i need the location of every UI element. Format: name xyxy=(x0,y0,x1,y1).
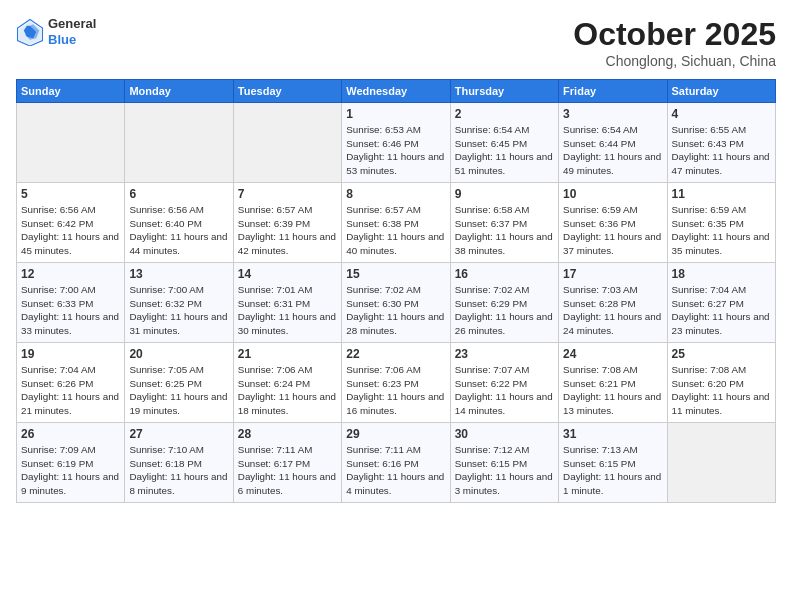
day-cell: 31 Sunrise: 7:13 AMSunset: 6:15 PMDaylig… xyxy=(559,423,667,503)
day-cell: 7 Sunrise: 6:57 AMSunset: 6:39 PMDayligh… xyxy=(233,183,341,263)
day-info: Sunrise: 7:04 AMSunset: 6:27 PMDaylight:… xyxy=(672,284,770,336)
location-subtitle: Chonglong, Sichuan, China xyxy=(573,53,776,69)
header-row: SundayMondayTuesdayWednesdayThursdayFrid… xyxy=(17,80,776,103)
day-cell: 30 Sunrise: 7:12 AMSunset: 6:15 PMDaylig… xyxy=(450,423,558,503)
day-cell: 27 Sunrise: 7:10 AMSunset: 6:18 PMDaylig… xyxy=(125,423,233,503)
day-cell: 11 Sunrise: 6:59 AMSunset: 6:35 PMDaylig… xyxy=(667,183,775,263)
day-number: 10 xyxy=(563,187,662,201)
day-number: 9 xyxy=(455,187,554,201)
day-number: 7 xyxy=(238,187,337,201)
day-cell: 13 Sunrise: 7:00 AMSunset: 6:32 PMDaylig… xyxy=(125,263,233,343)
day-cell: 20 Sunrise: 7:05 AMSunset: 6:25 PMDaylig… xyxy=(125,343,233,423)
day-number: 1 xyxy=(346,107,445,121)
day-info: Sunrise: 7:01 AMSunset: 6:31 PMDaylight:… xyxy=(238,284,336,336)
day-info: Sunrise: 7:08 AMSunset: 6:20 PMDaylight:… xyxy=(672,364,770,416)
day-info: Sunrise: 7:03 AMSunset: 6:28 PMDaylight:… xyxy=(563,284,661,336)
day-cell: 12 Sunrise: 7:00 AMSunset: 6:33 PMDaylig… xyxy=(17,263,125,343)
day-info: Sunrise: 6:55 AMSunset: 6:43 PMDaylight:… xyxy=(672,124,770,176)
day-number: 12 xyxy=(21,267,120,281)
day-info: Sunrise: 7:02 AMSunset: 6:29 PMDaylight:… xyxy=(455,284,553,336)
day-cell: 29 Sunrise: 7:11 AMSunset: 6:16 PMDaylig… xyxy=(342,423,450,503)
day-info: Sunrise: 7:05 AMSunset: 6:25 PMDaylight:… xyxy=(129,364,227,416)
day-info: Sunrise: 7:08 AMSunset: 6:21 PMDaylight:… xyxy=(563,364,661,416)
day-number: 16 xyxy=(455,267,554,281)
day-info: Sunrise: 6:59 AMSunset: 6:36 PMDaylight:… xyxy=(563,204,661,256)
header-cell-tuesday: Tuesday xyxy=(233,80,341,103)
day-number: 4 xyxy=(672,107,771,121)
day-number: 19 xyxy=(21,347,120,361)
page-header: General Blue October 2025 Chonglong, Sic… xyxy=(16,16,776,69)
day-info: Sunrise: 7:11 AMSunset: 6:16 PMDaylight:… xyxy=(346,444,444,496)
day-cell: 18 Sunrise: 7:04 AMSunset: 6:27 PMDaylig… xyxy=(667,263,775,343)
week-row-2: 5 Sunrise: 6:56 AMSunset: 6:42 PMDayligh… xyxy=(17,183,776,263)
calendar-header: SundayMondayTuesdayWednesdayThursdayFrid… xyxy=(17,80,776,103)
day-number: 6 xyxy=(129,187,228,201)
header-cell-sunday: Sunday xyxy=(17,80,125,103)
day-info: Sunrise: 7:09 AMSunset: 6:19 PMDaylight:… xyxy=(21,444,119,496)
week-row-4: 19 Sunrise: 7:04 AMSunset: 6:26 PMDaylig… xyxy=(17,343,776,423)
day-number: 27 xyxy=(129,427,228,441)
day-cell: 25 Sunrise: 7:08 AMSunset: 6:20 PMDaylig… xyxy=(667,343,775,423)
day-number: 18 xyxy=(672,267,771,281)
day-cell: 5 Sunrise: 6:56 AMSunset: 6:42 PMDayligh… xyxy=(17,183,125,263)
day-info: Sunrise: 7:13 AMSunset: 6:15 PMDaylight:… xyxy=(563,444,661,496)
day-info: Sunrise: 7:00 AMSunset: 6:32 PMDaylight:… xyxy=(129,284,227,336)
day-number: 15 xyxy=(346,267,445,281)
day-number: 26 xyxy=(21,427,120,441)
day-number: 8 xyxy=(346,187,445,201)
month-title: October 2025 xyxy=(573,16,776,53)
day-number: 13 xyxy=(129,267,228,281)
week-row-1: 1 Sunrise: 6:53 AMSunset: 6:46 PMDayligh… xyxy=(17,103,776,183)
day-number: 22 xyxy=(346,347,445,361)
day-info: Sunrise: 7:07 AMSunset: 6:22 PMDaylight:… xyxy=(455,364,553,416)
day-number: 24 xyxy=(563,347,662,361)
title-block: October 2025 Chonglong, Sichuan, China xyxy=(573,16,776,69)
day-info: Sunrise: 6:58 AMSunset: 6:37 PMDaylight:… xyxy=(455,204,553,256)
week-row-3: 12 Sunrise: 7:00 AMSunset: 6:33 PMDaylig… xyxy=(17,263,776,343)
header-cell-thursday: Thursday xyxy=(450,80,558,103)
day-cell: 1 Sunrise: 6:53 AMSunset: 6:46 PMDayligh… xyxy=(342,103,450,183)
day-cell: 21 Sunrise: 7:06 AMSunset: 6:24 PMDaylig… xyxy=(233,343,341,423)
day-cell: 24 Sunrise: 7:08 AMSunset: 6:21 PMDaylig… xyxy=(559,343,667,423)
day-cell: 10 Sunrise: 6:59 AMSunset: 6:36 PMDaylig… xyxy=(559,183,667,263)
day-number: 23 xyxy=(455,347,554,361)
day-info: Sunrise: 6:59 AMSunset: 6:35 PMDaylight:… xyxy=(672,204,770,256)
day-number: 29 xyxy=(346,427,445,441)
day-cell xyxy=(17,103,125,183)
day-cell: 3 Sunrise: 6:54 AMSunset: 6:44 PMDayligh… xyxy=(559,103,667,183)
day-cell: 19 Sunrise: 7:04 AMSunset: 6:26 PMDaylig… xyxy=(17,343,125,423)
day-info: Sunrise: 7:06 AMSunset: 6:24 PMDaylight:… xyxy=(238,364,336,416)
day-cell: 14 Sunrise: 7:01 AMSunset: 6:31 PMDaylig… xyxy=(233,263,341,343)
day-number: 28 xyxy=(238,427,337,441)
day-number: 30 xyxy=(455,427,554,441)
day-number: 11 xyxy=(672,187,771,201)
day-info: Sunrise: 6:56 AMSunset: 6:42 PMDaylight:… xyxy=(21,204,119,256)
logo: General Blue xyxy=(16,16,96,47)
day-number: 21 xyxy=(238,347,337,361)
day-cell: 23 Sunrise: 7:07 AMSunset: 6:22 PMDaylig… xyxy=(450,343,558,423)
header-cell-monday: Monday xyxy=(125,80,233,103)
day-number: 5 xyxy=(21,187,120,201)
day-cell xyxy=(233,103,341,183)
day-info: Sunrise: 7:00 AMSunset: 6:33 PMDaylight:… xyxy=(21,284,119,336)
week-row-5: 26 Sunrise: 7:09 AMSunset: 6:19 PMDaylig… xyxy=(17,423,776,503)
calendar-body: 1 Sunrise: 6:53 AMSunset: 6:46 PMDayligh… xyxy=(17,103,776,503)
header-cell-friday: Friday xyxy=(559,80,667,103)
day-info: Sunrise: 7:11 AMSunset: 6:17 PMDaylight:… xyxy=(238,444,336,496)
day-info: Sunrise: 7:12 AMSunset: 6:15 PMDaylight:… xyxy=(455,444,553,496)
day-cell: 8 Sunrise: 6:57 AMSunset: 6:38 PMDayligh… xyxy=(342,183,450,263)
day-number: 31 xyxy=(563,427,662,441)
day-cell: 17 Sunrise: 7:03 AMSunset: 6:28 PMDaylig… xyxy=(559,263,667,343)
day-number: 2 xyxy=(455,107,554,121)
day-info: Sunrise: 6:57 AMSunset: 6:39 PMDaylight:… xyxy=(238,204,336,256)
day-number: 25 xyxy=(672,347,771,361)
logo-text: General Blue xyxy=(48,16,96,47)
day-cell: 6 Sunrise: 6:56 AMSunset: 6:40 PMDayligh… xyxy=(125,183,233,263)
calendar-table: SundayMondayTuesdayWednesdayThursdayFrid… xyxy=(16,79,776,503)
day-cell: 26 Sunrise: 7:09 AMSunset: 6:19 PMDaylig… xyxy=(17,423,125,503)
day-cell: 22 Sunrise: 7:06 AMSunset: 6:23 PMDaylig… xyxy=(342,343,450,423)
day-info: Sunrise: 6:54 AMSunset: 6:45 PMDaylight:… xyxy=(455,124,553,176)
logo-icon xyxy=(16,18,44,46)
day-cell: 4 Sunrise: 6:55 AMSunset: 6:43 PMDayligh… xyxy=(667,103,775,183)
day-number: 17 xyxy=(563,267,662,281)
